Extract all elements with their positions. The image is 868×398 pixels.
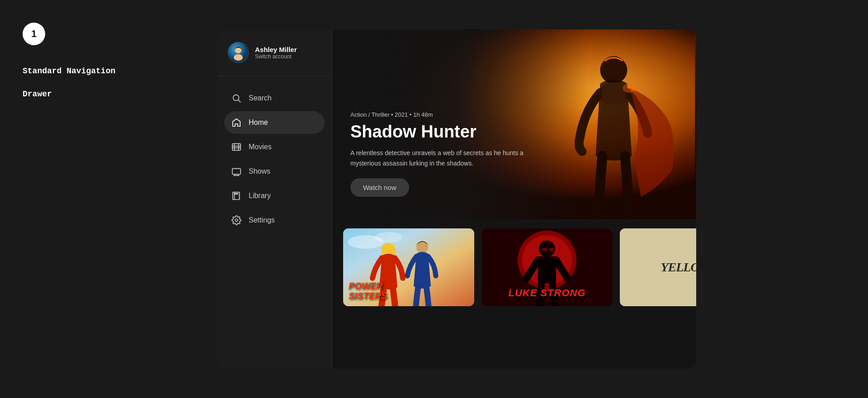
sidebar-item-home[interactable]: Home	[224, 111, 325, 134]
search-icon	[231, 93, 241, 103]
switch-account[interactable]: Switch account	[255, 53, 297, 60]
power-sisters-overlay: POWERSISTERS	[343, 228, 474, 306]
watch-now-button[interactable]: Watch now	[350, 178, 409, 197]
svg-rect-6	[232, 144, 241, 151]
svg-point-4	[233, 95, 239, 101]
user-name: Ashley Miller	[255, 46, 297, 53]
power-sisters-logo: POWERSISTERS	[349, 281, 387, 301]
search-label: Search	[249, 94, 272, 102]
hero-title: Shadow Hunter	[350, 123, 540, 142]
settings-icon	[231, 215, 241, 225]
step-number: 1	[31, 28, 37, 40]
hero-section: Action / Thriller • 2021 • 1h 48m Shadow…	[332, 29, 696, 219]
sidebar-item-shows[interactable]: Shows	[224, 160, 325, 183]
nav-items: Search Home	[217, 76, 332, 369]
hero-meta: Action / Thriller • 2021 • 1h 48m	[350, 111, 540, 118]
side-label: Standard Navigation Drawer	[23, 54, 115, 100]
shows-label: Shows	[249, 167, 270, 175]
library-label: Library	[249, 192, 271, 200]
settings-label: Settings	[249, 216, 275, 224]
thumbnail-luke-strong[interactable]: LUKE STRONG	[481, 228, 613, 306]
library-icon	[231, 191, 241, 201]
nav-drawer: Ashley Miller Switch account Search	[217, 29, 332, 369]
shows-icon	[231, 166, 241, 176]
svg-rect-43	[549, 248, 554, 251]
home-icon	[231, 118, 241, 128]
svg-rect-17	[234, 194, 237, 194]
svg-point-21	[235, 219, 238, 222]
outer-container: 1 Standard Navigation Drawer	[0, 0, 868, 398]
side-label-line1: Standard Navigation	[23, 66, 115, 76]
search-item[interactable]: Search	[224, 87, 325, 109]
movies-label: Movies	[249, 143, 272, 151]
main-content: Action / Thriller • 2021 • 1h 48m Shadow…	[332, 29, 696, 369]
sidebar-item-movies[interactable]: Movies	[224, 136, 325, 158]
step-badge: 1	[23, 23, 45, 45]
app-window: Ashley Miller Switch account Search	[217, 29, 696, 369]
svg-rect-11	[232, 169, 241, 175]
svg-line-5	[238, 100, 241, 102]
hero-description: A relentless detective unravels a web of…	[350, 148, 540, 168]
sidebar-item-settings[interactable]: Settings	[224, 209, 325, 232]
yellow-title: YELLOW	[660, 260, 696, 275]
luke-strong-title: LUKE STRONG	[481, 287, 613, 299]
sidebar-item-library[interactable]: Library	[224, 185, 325, 207]
avatar	[228, 42, 249, 63]
svg-rect-42	[542, 248, 547, 251]
thumbnails-row: POWERSISTERS	[332, 219, 696, 315]
svg-point-3	[234, 54, 243, 61]
thumbnail-yellow[interactable]: YELLOW	[620, 228, 696, 306]
thumbnail-power-sisters[interactable]: POWERSISTERS	[343, 228, 474, 306]
side-label-line2: Drawer	[23, 90, 52, 99]
user-info: Ashley Miller Switch account	[255, 46, 297, 60]
movies-icon	[231, 142, 241, 152]
home-label: Home	[249, 118, 268, 127]
hero-info: Action / Thriller • 2021 • 1h 48m Shadow…	[350, 111, 540, 197]
user-profile[interactable]: Ashley Miller Switch account	[217, 29, 332, 76]
